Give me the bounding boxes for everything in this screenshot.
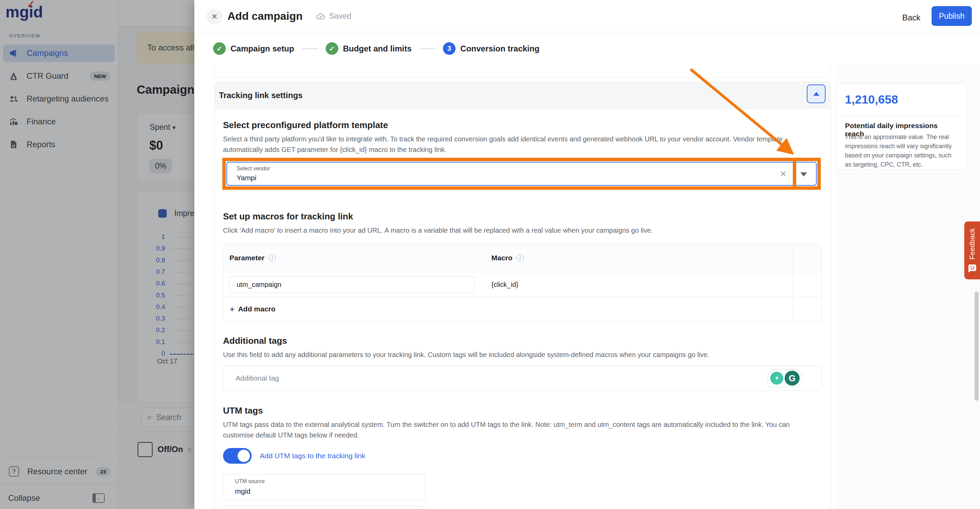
info-icon[interactable]: i <box>517 255 524 262</box>
macro-row: {click_id} <box>223 272 821 297</box>
grammar-extension-widget[interactable]: ✦ G <box>767 369 803 387</box>
feedback-tab[interactable]: Feedback <box>964 222 980 279</box>
step-done-check-icon: ✓ <box>326 42 338 55</box>
column-header-macro: Macro <box>492 254 512 262</box>
toggle-knob <box>238 450 250 462</box>
vendor-section-heading: Select preconfigured platform template <box>223 120 821 130</box>
macro-value: {click_id} <box>481 281 792 289</box>
close-icon[interactable]: ✕ <box>207 9 222 25</box>
screen: To access all fe Campaigns Spent ▾ $0 0%… <box>0 0 980 509</box>
additional-tags-heading: Additional tags <box>223 336 821 346</box>
step-number-badge: 3 <box>443 42 455 55</box>
step-connector <box>419 48 436 49</box>
utm-toggle-label[interactable]: Add UTM tags to the tracking link <box>260 452 365 460</box>
column-header-parameter: Parameter <box>229 254 265 262</box>
feedback-smiley-icon <box>968 264 977 273</box>
impressions-reach-card: 1,210,658 Potential daily impressions re… <box>836 84 967 170</box>
saved-status: Saved <box>316 11 351 21</box>
plus-icon: + <box>229 304 235 314</box>
macros-table-header: Parameteri Macroi <box>223 244 821 272</box>
actions-column <box>792 272 821 297</box>
modal-header: ✕ Add campaign Saved Back Publish <box>194 0 980 32</box>
scrollbar-thumb[interactable] <box>975 292 978 401</box>
actions-column <box>792 297 821 321</box>
macros-table: Parameteri Macroi {click_id} +Add macro <box>223 244 822 321</box>
reach-value: 1,210,658 <box>845 93 898 106</box>
divider <box>837 116 967 116</box>
clear-icon[interactable]: ✕ <box>780 169 787 179</box>
utm-tags-heading: UTM tags <box>223 406 821 415</box>
suggestion-bulb-icon[interactable]: ✦ <box>770 372 783 385</box>
previous-section-card-edge <box>215 65 831 78</box>
actions-column <box>792 244 821 272</box>
publish-button[interactable]: Publish <box>932 6 972 26</box>
add-macro-row: +Add macro <box>223 297 821 321</box>
utm-toggle-row: Add UTM tags to the tracking link <box>223 448 821 464</box>
additional-tag-field: ✦ G <box>223 366 822 391</box>
modal-title: Add campaign <box>228 10 302 22</box>
macros-section-description: Click 'Add macro' to insert a macro into… <box>223 225 821 236</box>
add-campaign-modal: ✕ Add campaign Saved Back Publish ✓ Camp… <box>194 0 980 509</box>
chevron-up-icon <box>813 92 819 96</box>
chevron-down-icon[interactable] <box>800 173 807 176</box>
utm-tags-description: UTM tags pass data to the external analy… <box>223 419 822 441</box>
step-budget-and-limits[interactable]: ✓ Budget and limits <box>326 42 412 55</box>
parameter-input[interactable] <box>229 276 474 293</box>
modal-backdrop <box>0 0 194 509</box>
utm-toggle-switch[interactable] <box>223 448 251 464</box>
back-button[interactable]: Back <box>896 10 927 25</box>
additional-tags-description: Use this field to add any additional par… <box>223 350 821 360</box>
utm-source-field[interactable]: UTM source mgid <box>223 474 425 501</box>
step-campaign-setup[interactable]: ✓ Campaign setup <box>213 42 294 55</box>
cloud-check-icon <box>316 13 326 20</box>
vendor-select[interactable]: Select vendor Yampi ✕ <box>226 162 817 186</box>
tracking-link-settings-panel: Tracking link settings Select preconfigu… <box>215 82 831 509</box>
panel-header: Tracking link settings <box>215 82 830 109</box>
utm-next-field-edge <box>223 506 425 509</box>
step-conversion-tracking[interactable]: 3 Conversion tracking <box>443 42 539 55</box>
step-connector <box>302 48 318 49</box>
vendor-section-description: Select a third party platform you'd like… <box>223 134 822 155</box>
grammarly-icon[interactable]: G <box>784 371 800 386</box>
additional-tag-input[interactable] <box>223 366 822 391</box>
info-icon[interactable]: i <box>269 255 276 262</box>
macros-section-heading: Set up macros for tracking link <box>223 212 821 221</box>
reach-description: This is an approximate value. The real i… <box>845 133 954 169</box>
panel-body: Select preconfigured platform template S… <box>215 120 830 509</box>
panel-collapse-button[interactable] <box>807 84 826 103</box>
wizard-stepper: ✓ Campaign setup ✓ Budget and limits 3 C… <box>194 32 842 65</box>
add-macro-button[interactable]: +Add macro <box>223 304 792 314</box>
vendor-select-wrap: Select vendor Yampi ✕ <box>226 162 817 186</box>
step-done-check-icon: ✓ <box>213 42 226 55</box>
feedback-label: Feedback <box>968 228 976 260</box>
